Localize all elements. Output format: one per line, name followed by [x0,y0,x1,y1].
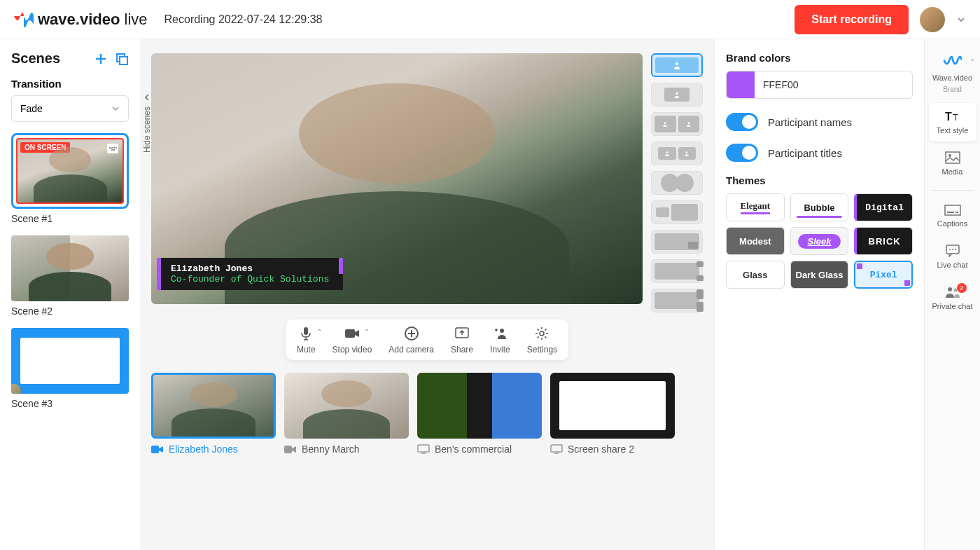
svg-point-7 [686,151,688,153]
transition-select[interactable]: Fade [11,95,129,122]
svg-rect-23 [947,212,954,213]
gear-icon [535,326,549,341]
svg-rect-1 [120,57,127,64]
layout-single[interactable] [651,53,703,77]
rail-media[interactable]: Media [929,144,976,183]
duplicate-scene-icon[interactable] [115,52,129,66]
svg-point-5 [687,122,690,124]
layout-two-narrow[interactable] [651,142,703,165]
scene-item-1[interactable]: ON SCREEN Scene #1 [11,133,129,224]
rail-text-style[interactable]: TT Text style [929,103,976,142]
chevron-down-icon: ⌄ [969,55,975,62]
participant-commercial[interactable]: Ben's commercial [417,373,542,455]
add-scene-icon[interactable] [94,52,108,66]
theme-glass[interactable]: Glass [726,261,785,289]
start-recording-button[interactable]: Start recording [794,5,909,34]
plus-circle-icon [404,326,419,341]
participant-elizabeth[interactable]: Elizabeth Jones [151,373,276,455]
themes-title: Themes [726,174,913,186]
theme-bubble[interactable]: Bubble [790,193,849,221]
svg-rect-20 [946,152,960,163]
participant-screenshare[interactable]: Screen share 2 [550,373,675,455]
scene-label: Scene #2 [11,305,129,317]
app-header: wave.video live Recording 2022-07-24 12:… [0,0,980,39]
user-avatar[interactable] [920,7,945,32]
right-rail: ⌄ Wave.video Brand TT Text style Media C… [924,39,980,550]
scene-item-2[interactable]: Scene #2 [11,235,129,317]
recording-title: Recording 2022-07-24 12:29:38 [164,13,323,26]
rail-private-chat[interactable]: 2 Private chat [929,279,976,317]
svg-point-3 [676,92,678,95]
brand-colors-title: Brand colors [726,52,913,64]
add-camera-button[interactable]: Add camera [388,325,434,355]
invite-button[interactable]: Invite [490,325,510,355]
share-button[interactable]: Share [451,325,473,355]
chat-icon [946,245,960,257]
toggle-switch[interactable] [726,144,758,162]
svg-rect-22 [945,205,960,215]
settings-button[interactable]: Settings [527,325,557,355]
add-person-icon [492,327,507,340]
config-panel: Brand colors FFEF00 Participant names Pa… [714,39,924,550]
video-icon [284,445,297,454]
user-menu-chevron-icon[interactable] [956,15,966,25]
svg-point-27 [952,249,953,250]
svg-point-26 [949,249,951,250]
mute-button[interactable]: ⌃ Mute [297,325,316,355]
transition-label: Transition [11,78,129,90]
rail-brand[interactable]: ⌄ Wave.video Brand [929,49,976,100]
toggle-switch[interactable] [726,113,758,131]
toggle-participant-names[interactable]: Participant names [726,113,913,131]
svg-text:T: T [953,113,958,123]
captions-icon [944,205,961,216]
svg-point-2 [676,62,678,65]
screen-icon [417,444,430,454]
text-icon: TT [945,110,960,123]
video-icon [151,445,164,454]
theme-sleek[interactable]: Sleek [790,227,849,255]
participant-benny[interactable]: Benny March [284,373,409,455]
svg-rect-9 [345,329,355,338]
video-icon [344,328,360,339]
theme-pixel[interactable]: Pixel [854,261,913,289]
brand-color-input[interactable]: FFEF00 [726,71,913,99]
layout-side-double[interactable] [651,289,703,312]
theme-darkglass[interactable]: Dark Glass [790,261,849,289]
control-bar: ⌃ Mute ⌃ Stop video Add camera Share Inv… [286,319,568,360]
svg-point-12 [500,329,504,333]
layout-side-small[interactable] [651,259,703,283]
theme-digital[interactable]: Digital [854,193,913,221]
layout-two-wide[interactable] [651,112,703,136]
scenes-title: Scenes [11,50,60,67]
rail-captions[interactable]: Captions [929,198,976,235]
svg-rect-16 [418,445,429,452]
svg-rect-8 [304,327,308,335]
scene-item-3[interactable]: Scene #3 [11,328,129,409]
theme-elegant[interactable]: Elegant [726,193,785,221]
svg-rect-14 [151,446,159,453]
svg-rect-24 [955,212,958,213]
svg-text:T: T [945,111,952,123]
svg-rect-17 [551,445,562,452]
rail-live-chat[interactable]: Live chat [929,238,976,276]
image-icon [945,151,960,164]
color-swatch[interactable] [727,71,755,98]
screen-icon [550,444,563,454]
layout-pip-corner[interactable] [651,230,703,254]
theme-brick[interactable]: BRICK [854,227,913,255]
svg-point-21 [948,154,951,157]
logo-text: wave.video live [38,11,148,29]
theme-modest[interactable]: Modest [726,227,785,255]
stage: Elizabeth Jones Co-founder of Quick Solu… [140,39,714,550]
svg-point-6 [666,151,668,153]
toggle-participant-titles[interactable]: Participant titles [726,144,913,162]
chevron-up-icon[interactable]: ⌃ [364,328,370,336]
chevron-up-icon[interactable]: ⌃ [316,328,322,336]
logo: wave.video live [14,11,148,29]
chevron-left-icon [144,94,150,101]
layout-two-circle[interactable] [651,171,703,195]
layout-small[interactable] [651,83,703,106]
svg-rect-15 [284,446,292,453]
layout-pip-left[interactable] [651,200,703,224]
stop-video-button[interactable]: ⌃ Stop video [332,325,372,355]
